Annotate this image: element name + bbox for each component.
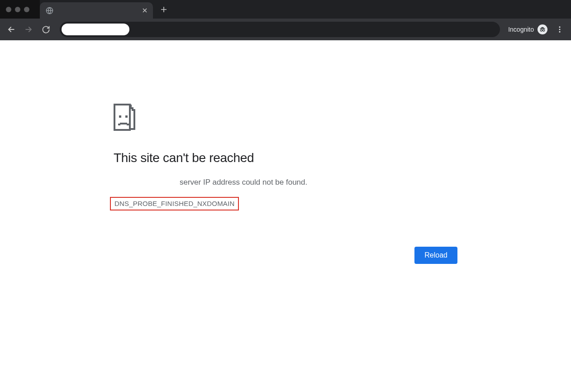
window-minimize-dot[interactable] [15, 7, 20, 12]
forward-button[interactable] [21, 22, 36, 37]
error-page: This site can't be reached server IP add… [114, 40, 457, 264]
error-code: DNS_PROBE_FINISHED_NXDOMAIN [114, 200, 234, 207]
back-button[interactable] [4, 22, 19, 37]
toolbar: Incognito [0, 19, 571, 40]
window-close-dot[interactable] [6, 7, 11, 12]
address-bar[interactable] [60, 22, 500, 37]
error-code-highlight: DNS_PROBE_FINISHED_NXDOMAIN [110, 197, 239, 210]
globe-icon [45, 6, 53, 14]
incognito-label: Incognito [508, 26, 534, 33]
close-tab-icon[interactable] [141, 7, 148, 14]
titlebar [0, 0, 571, 19]
svg-rect-9 [133, 109, 135, 130]
svg-rect-14 [118, 124, 120, 125]
window-controls [0, 0, 40, 19]
svg-rect-8 [132, 107, 133, 111]
svg-point-5 [559, 31, 561, 33]
error-description: server IP address could not be found. [114, 178, 457, 187]
sad-page-icon [114, 104, 457, 133]
new-tab-button[interactable] [157, 3, 170, 16]
browser-menu-button[interactable] [552, 22, 567, 37]
reload-button[interactable]: Reload [414, 247, 457, 264]
svg-rect-7 [130, 105, 132, 109]
svg-rect-12 [125, 115, 128, 118]
browser-tab[interactable] [40, 2, 153, 19]
svg-point-4 [559, 29, 561, 30]
svg-point-3 [559, 26, 561, 28]
svg-rect-10 [130, 128, 135, 130]
address-input[interactable] [62, 24, 129, 35]
svg-point-2 [543, 29, 545, 31]
incognito-icon [538, 24, 547, 34]
svg-rect-15 [127, 124, 129, 125]
address-input-pill [62, 24, 129, 35]
svg-rect-11 [119, 115, 121, 118]
svg-rect-13 [120, 123, 127, 124]
svg-point-1 [540, 29, 542, 31]
window-maximize-dot[interactable] [24, 7, 29, 12]
reload-nav-button[interactable] [38, 22, 53, 37]
reload-row: Reload [114, 247, 457, 264]
incognito-indicator[interactable]: Incognito [505, 24, 550, 34]
error-title: This site can't be reached [114, 151, 457, 165]
